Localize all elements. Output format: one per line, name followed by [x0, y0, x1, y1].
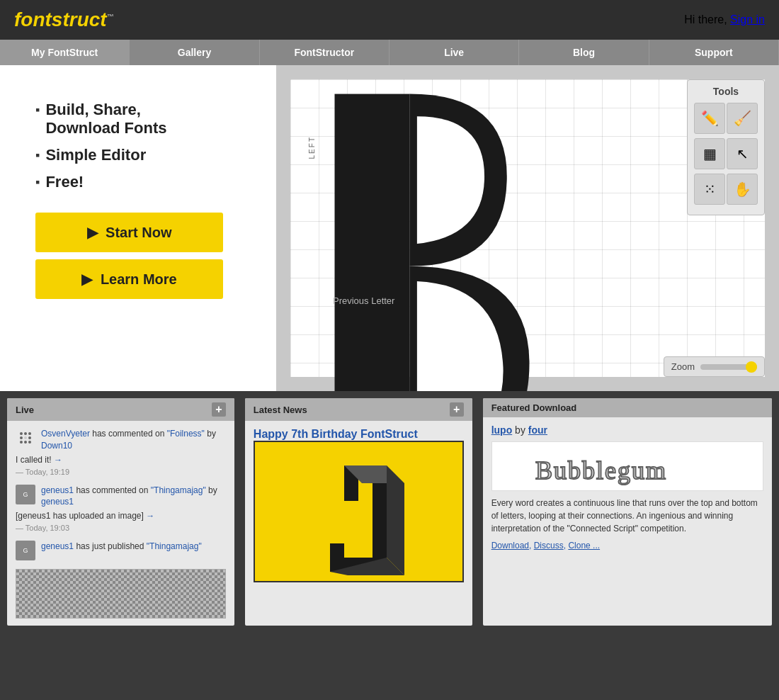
live-user-link-geneus1-c[interactable]: geneus1 — [41, 541, 74, 551]
prev-label-text: Previous Letter — [333, 295, 394, 306]
tools-row-3: ⁙ ✋ — [693, 174, 758, 205]
hand-tool[interactable]: ✋ — [727, 174, 758, 205]
live-avatar-2: G — [16, 485, 35, 504]
live-font-link-thingamajag-b[interactable]: "Thingamajag" — [147, 541, 202, 551]
featured-author-link[interactable]: four — [528, 424, 547, 436]
svg-text:Bubblegum: Bubblegum — [535, 456, 667, 485]
live-font-link-thingamajag-a[interactable]: "Thingamajag" — [151, 485, 206, 495]
left-label: LEFT — [308, 136, 316, 159]
live-entry-3-text: geneus1 has just published "Thingamajag" — [41, 541, 202, 553]
pencil-tool[interactable]: ✏️ — [694, 103, 725, 134]
logo-tm: ™ — [107, 13, 114, 21]
feature-2: ▪ Simple Editor — [35, 146, 255, 164]
bottom-section: Live + OsvenVyeter has commented — [0, 391, 779, 633]
start-now-button[interactable]: ▶ Start Now — [35, 213, 223, 252]
featured-by-label: by — [515, 424, 528, 436]
live-arrow-2: → — [146, 511, 154, 521]
start-now-arrow: ▶ — [87, 225, 98, 240]
live-user-link-geneus1-b[interactable]: geneus1 — [41, 497, 74, 507]
nav-item-support[interactable]: Support — [649, 40, 779, 65]
sign-in-link[interactable]: Sign in — [730, 13, 765, 26]
nav-item-gallery[interactable]: Gallery — [130, 40, 259, 65]
featured-panel-header: Featured Download — [483, 398, 772, 417]
main-nav: My FontStruct Gallery FontStructor Live … — [0, 40, 779, 65]
bullet-2: ▪ — [35, 148, 40, 163]
hero-section: ▪ Build, Share,Download Fonts ▪ Simple E… — [0, 65, 779, 391]
feature-3-text: Free! — [45, 173, 84, 191]
live-entry-3: G geneus1 has just published "Thingamaja… — [16, 541, 226, 560]
bullet-1: ▪ — [35, 103, 40, 118]
learn-more-arrow: ▶ — [81, 271, 92, 287]
live-user-link-osvenvyeter[interactable]: OsvenVyeter — [41, 429, 90, 439]
featured-discuss-link[interactable]: Discuss — [534, 541, 564, 551]
news-svg — [288, 444, 429, 579]
news-plus-button[interactable]: + — [450, 402, 464, 417]
featured-download-panel: Featured Download lupo by four Bubblegum… — [483, 398, 772, 626]
header-greeting: Hi there, Sign in — [684, 13, 765, 26]
tools-row-1: ✏️ 🧹 — [693, 103, 758, 134]
tools-title: Tools — [693, 86, 758, 97]
nav-item-fontstructor[interactable]: FontStructor — [260, 40, 390, 65]
hero-features: ▪ Build, Share,Download Fonts ▪ Simple E… — [35, 101, 255, 191]
live-comment-2: [geneus1 has uploaded an image] → — [16, 511, 226, 521]
zoom-slider[interactable] — [700, 364, 757, 370]
zoom-thumb[interactable] — [746, 361, 757, 373]
live-panel: Live + OsvenVyeter has commented — [7, 398, 234, 626]
dots-tool[interactable]: ⁙ — [694, 174, 725, 205]
live-entry-1-row: OsvenVyeter has commented on "Foilness" … — [16, 428, 226, 452]
featured-download-link[interactable]: Download — [491, 541, 529, 551]
bullet-3: ▪ — [35, 175, 40, 190]
featured-clone-link[interactable]: Clone ... — [568, 541, 600, 551]
live-user-link-geneus1-a[interactable]: geneus1 — [41, 485, 74, 495]
hero-left: ▪ Build, Share,Download Fonts ▪ Simple E… — [0, 65, 276, 391]
live-time-2: — Today, 19:03 — [16, 524, 226, 532]
featured-font-byline: lupo by four — [491, 424, 763, 436]
live-entry-2: G geneus1 has commented on "Thingamajag"… — [16, 485, 226, 533]
featured-description: Every word creates a continuous line tha… — [491, 497, 763, 535]
eraser-tool[interactable]: 🧹 — [727, 103, 758, 134]
zoom-panel: Zoom — [664, 356, 765, 377]
logo-font: font — [14, 9, 52, 30]
featured-font-image: Bubblegum Bubblegum — [491, 441, 763, 491]
news-panel-content: Happy 7th Birthday FontStruct — [245, 421, 472, 589]
nav-item-my-fontstruct[interactable]: My FontStruct — [0, 40, 130, 65]
live-user-link-down10[interactable]: Down10 — [41, 441, 72, 451]
previous-letter-label: Previous Letter — [333, 295, 394, 306]
grid-tool[interactable]: ▦ — [694, 138, 725, 169]
learn-more-label: Learn More — [101, 271, 177, 287]
latest-news-panel: Latest News + Happy 7th Birthday FontStr… — [245, 398, 472, 626]
feature-2-text: Simple Editor — [45, 146, 146, 164]
tools-panel: Tools ✏️ 🧹 ▦ ↖ ⁙ ✋ — [687, 79, 765, 215]
featured-actions: Download, Discuss, Clone ... — [491, 541, 763, 551]
featured-panel-title: Featured Download — [491, 402, 577, 413]
live-entry-1: OsvenVyeter has commented on "Foilness" … — [16, 428, 226, 476]
greeting-text: Hi there, — [684, 13, 727, 26]
nav-item-blog[interactable]: Blog — [519, 40, 649, 65]
live-entry-3-row: G geneus1 has just published "Thingamaja… — [16, 541, 226, 560]
live-entry-2-text: geneus1 has commented on "Thingamajag" b… — [41, 485, 226, 509]
select-tool[interactable]: ↖ — [727, 138, 758, 169]
live-by-2: by — [208, 485, 217, 495]
live-font-link-foilness[interactable]: "Foilness" — [167, 429, 205, 439]
live-comment-1: I called it! → — [16, 455, 226, 465]
start-now-label: Start Now — [106, 225, 171, 240]
live-avatar-3: G — [16, 541, 35, 560]
live-panel-header: Live + — [7, 398, 234, 421]
live-plus-button[interactable]: + — [212, 402, 226, 417]
live-action-1: has commented on — [92, 429, 166, 439]
nav-item-live[interactable]: Live — [390, 40, 519, 65]
news-article-title[interactable]: Happy 7th Birthday FontStruct — [254, 428, 418, 440]
live-arrow-1: → — [54, 455, 62, 465]
live-avatar-1 — [16, 428, 35, 448]
header: fontstruct™ Hi there, Sign in — [0, 0, 779, 40]
svg-rect-0 — [335, 94, 410, 391]
logo[interactable]: fontstruct™ — [14, 9, 114, 31]
learn-more-button[interactable]: ▶ Learn More — [35, 259, 223, 299]
live-entry-2-row: G geneus1 has commented on "Thingamajag"… — [16, 485, 226, 509]
svg-marker-3 — [387, 465, 404, 575]
live-panel-title: Live — [16, 405, 34, 415]
news-article-image — [254, 441, 464, 582]
featured-font-name[interactable]: lupo — [491, 424, 513, 436]
live-mosaic-image — [16, 569, 226, 619]
b-svg — [312, 86, 552, 391]
